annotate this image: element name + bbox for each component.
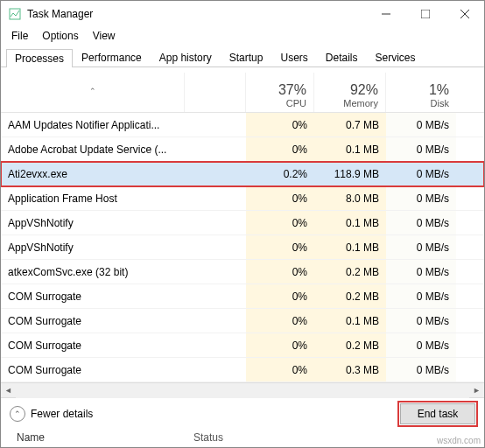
horizontal-scrollbar[interactable]: ◄ ► <box>1 382 484 397</box>
process-cpu: 0% <box>246 211 314 234</box>
process-disk: 0 MB/s <box>386 235 456 259</box>
svg-rect-0 <box>10 9 20 19</box>
col-cpu[interactable]: 37% CPU <box>246 73 314 112</box>
table-row[interactable]: atkexComSvc.exe (32 bit)0%0.2 MB0 MB/s <box>1 260 484 284</box>
table-row[interactable]: COM Surrogate0%0.1 MB0 MB/s <box>1 309 484 333</box>
menu-options[interactable]: Options <box>35 28 85 44</box>
process-memory: 0.1 MB <box>314 211 386 234</box>
col-memory[interactable]: 92% Memory <box>314 73 386 112</box>
scroll-left-icon[interactable]: ◄ <box>1 383 16 398</box>
table-row[interactable]: Adobe Acrobat Update Service (...0%0.1 M… <box>1 137 484 162</box>
process-status <box>185 113 246 136</box>
process-memory: 0.2 MB <box>314 284 386 308</box>
table-row[interactable]: COM Surrogate0%0.2 MB0 MB/s <box>1 333 484 358</box>
chevron-up-icon: ⌃ <box>10 406 25 422</box>
process-cpu: 0% <box>246 113 314 136</box>
svg-rect-2 <box>421 10 430 18</box>
maximize-button[interactable] <box>405 1 445 27</box>
watermark: wsxdn.com <box>437 436 481 445</box>
process-memory: 8.0 MB <box>314 186 386 210</box>
process-memory: 0.1 MB <box>314 235 386 259</box>
process-name: Application Frame Host <box>1 186 185 210</box>
col-status-label: Status <box>193 431 223 444</box>
table-row[interactable]: COM Surrogate0%0.3 MB0 MB/s <box>1 358 484 382</box>
process-cpu: 0% <box>246 137 314 161</box>
close-button[interactable] <box>445 1 484 27</box>
process-status <box>185 235 246 259</box>
process-status <box>185 309 246 332</box>
process-status <box>185 358 246 382</box>
cpu-label: CPU <box>253 98 306 108</box>
footer: ⌃ Fewer details End task <box>1 397 484 429</box>
process-name: COM Surrogate <box>1 333 185 357</box>
process-disk: 0 MB/s <box>386 137 456 161</box>
process-memory: 0.3 MB <box>314 358 386 382</box>
table-row[interactable]: COM Surrogate0%0.2 MB0 MB/s <box>1 284 484 309</box>
process-disk: 0 MB/s <box>386 284 456 308</box>
col-disk[interactable]: 1% Disk <box>386 73 456 112</box>
col-name-label: Name <box>17 431 45 444</box>
col-status-spacer[interactable] <box>185 73 246 112</box>
disk-usage-pct: 1% <box>393 82 449 98</box>
process-memory: 0.2 MB <box>314 333 386 357</box>
col-name[interactable]: ⌃ Name Status <box>1 73 185 112</box>
process-disk: 0 MB/s <box>386 186 456 210</box>
mem-usage-pct: 92% <box>321 82 378 98</box>
process-name: AppVShNotify <box>1 211 185 234</box>
process-memory: 0.2 MB <box>314 260 386 284</box>
process-cpu: 0% <box>246 333 314 357</box>
menubar: File Options View <box>1 27 484 45</box>
table-row[interactable]: AAM Updates Notifier Applicati...0%0.7 M… <box>1 113 484 137</box>
process-name: COM Surrogate <box>1 358 185 382</box>
tab-processes[interactable]: Processes <box>6 49 73 67</box>
tab-performance[interactable]: Performance <box>73 48 151 66</box>
minimize-button[interactable] <box>366 1 405 27</box>
titlebar: Task Manager <box>1 1 484 27</box>
process-status <box>185 137 246 161</box>
end-task-button[interactable]: End task <box>400 403 475 424</box>
process-memory: 118.9 MB <box>314 162 386 186</box>
process-disk: 0 MB/s <box>386 211 456 234</box>
table-row[interactable]: AppVShNotify0%0.1 MB0 MB/s <box>1 235 484 260</box>
process-name: Adobe Acrobat Update Service (... <box>1 137 185 161</box>
process-cpu: 0% <box>246 309 314 332</box>
table-row[interactable]: Ati2evxx.exe0.2%118.9 MB0 MB/s <box>1 162 484 186</box>
process-list: AAM Updates Notifier Applicati...0%0.7 M… <box>1 113 484 382</box>
tab-details[interactable]: Details <box>317 48 367 66</box>
process-status <box>185 162 246 186</box>
table-row[interactable]: Application Frame Host0%8.0 MB0 MB/s <box>1 186 484 211</box>
mem-label: Memory <box>321 98 378 108</box>
process-name: COM Surrogate <box>1 284 185 308</box>
process-name: Ati2evxx.exe <box>1 162 185 186</box>
process-disk: 0 MB/s <box>386 162 456 186</box>
menu-file[interactable]: File <box>4 28 35 44</box>
process-name: atkexComSvc.exe (32 bit) <box>1 260 185 284</box>
process-disk: 0 MB/s <box>386 260 456 284</box>
fewer-details-label: Fewer details <box>31 408 93 420</box>
cpu-usage-pct: 37% <box>253 82 306 98</box>
fewer-details-button[interactable]: ⌃ Fewer details <box>10 406 93 422</box>
tab-app-history[interactable]: App history <box>151 48 221 66</box>
process-cpu: 0% <box>246 358 314 382</box>
process-disk: 0 MB/s <box>386 358 456 382</box>
tab-bar: Processes Performance App history Startu… <box>1 45 484 67</box>
process-memory: 0.7 MB <box>314 113 386 136</box>
tab-users[interactable]: Users <box>271 48 316 66</box>
disk-label: Disk <box>393 98 449 108</box>
process-status <box>185 186 246 210</box>
process-name: AAM Updates Notifier Applicati... <box>1 113 185 136</box>
scroll-track[interactable] <box>16 383 469 398</box>
table-row[interactable]: AppVShNotify0%0.1 MB0 MB/s <box>1 211 484 235</box>
scroll-right-icon[interactable]: ► <box>469 383 484 398</box>
tab-services[interactable]: Services <box>367 48 425 66</box>
menu-view[interactable]: View <box>86 28 123 44</box>
process-cpu: 0.2% <box>246 162 314 186</box>
window-title: Task Manager <box>27 8 93 20</box>
process-cpu: 0% <box>246 235 314 259</box>
process-name: COM Surrogate <box>1 309 185 332</box>
process-disk: 0 MB/s <box>386 113 456 136</box>
process-disk: 0 MB/s <box>386 309 456 332</box>
process-status <box>185 260 246 284</box>
tab-startup[interactable]: Startup <box>221 48 272 66</box>
process-cpu: 0% <box>246 186 314 210</box>
